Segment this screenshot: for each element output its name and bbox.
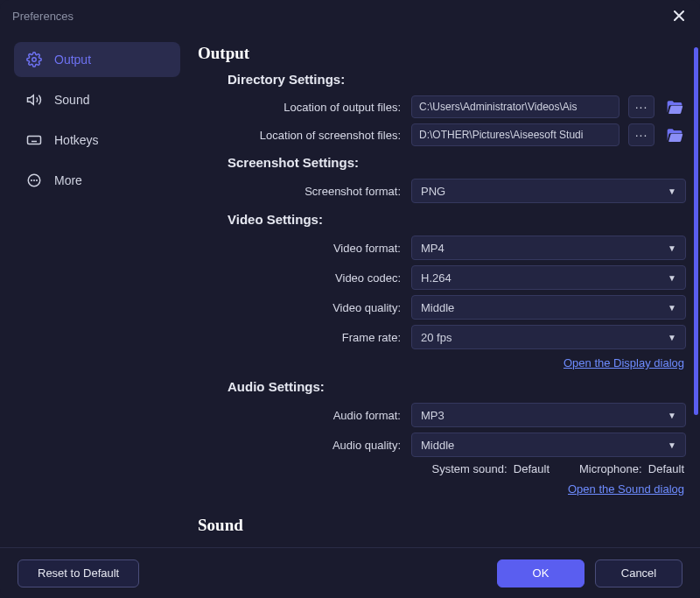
chevron-down-icon: ▼ (668, 186, 676, 196)
link-row-sound: Open the Sound dialog (198, 481, 686, 496)
keyboard-icon (26, 132, 42, 148)
row-video-quality: Video quality: Middle ▼ (198, 295, 686, 320)
chevron-down-icon: ▼ (668, 333, 676, 342)
sidebar-item-label: More (54, 173, 82, 187)
titlebar: Preferences (0, 0, 700, 32)
sidebar-item-sound[interactable]: Sound (14, 82, 180, 117)
cancel-button[interactable]: Cancel (595, 559, 682, 587)
label-video-quality: Video quality: (198, 301, 402, 314)
preferences-window: Preferences Output Sound (0, 0, 700, 598)
subsection-video: Video Settings: (228, 212, 686, 227)
label-frame-rate: Frame rate: (198, 331, 402, 344)
input-screenshot-files-path[interactable]: D:\OTHER\Pictures\Aiseesoft Studi (411, 123, 620, 146)
svg-point-5 (34, 180, 35, 181)
open-sound-dialog-link[interactable]: Open the Sound dialog (568, 482, 684, 496)
select-value: Middle (421, 301, 454, 314)
chevron-down-icon: ▼ (668, 411, 676, 420)
link-row-display: Open the Display dialog (198, 355, 686, 370)
body: Output Sound Hotkeys More (0, 32, 700, 547)
svg-point-0 (32, 58, 37, 62)
sidebar-item-label: Hotkeys (54, 133, 99, 147)
svg-point-4 (32, 180, 32, 181)
sidebar: Output Sound Hotkeys More (0, 32, 191, 547)
label-audio-format: Audio format: (198, 409, 402, 422)
row-output-files: Location of output files: C:\Users\Admin… (198, 95, 686, 118)
row-audio-format: Audio format: MP3 ▼ (198, 403, 686, 427)
window-title: Preferences (12, 10, 74, 23)
system-sound-status: System sound: Default (432, 462, 550, 475)
footer-right: OK Cancel (497, 559, 682, 587)
select-value: H.264 (421, 271, 452, 285)
row-video-codec: Video codec: H.264 ▼ (198, 265, 686, 290)
sidebar-item-label: Sound (54, 93, 89, 107)
subsection-screenshot: Screenshot Settings: (228, 155, 686, 170)
label-video-format: Video format: (198, 242, 402, 255)
select-value: PNG (421, 185, 445, 198)
subsection-audio: Audio Settings: (228, 379, 686, 394)
input-output-files-path[interactable]: C:\Users\Administrator\Videos\Ais (411, 95, 620, 118)
label-screenshot-files: Location of screenshot files: (198, 129, 402, 142)
scrollbar[interactable] (694, 47, 698, 415)
chevron-down-icon: ▼ (668, 273, 676, 283)
section-title-sound: Sound (198, 516, 686, 535)
more-button[interactable]: ··· (628, 95, 654, 118)
select-value: Middle (421, 439, 454, 452)
more-button[interactable]: ··· (628, 123, 654, 146)
select-value: MP3 (421, 409, 444, 422)
more-icon (26, 172, 42, 188)
select-frame-rate[interactable]: 20 fps ▼ (411, 325, 686, 349)
content-panel: Output Directory Settings: Location of o… (191, 32, 700, 547)
sidebar-item-output[interactable]: Output (14, 42, 180, 77)
select-value: MP4 (421, 242, 444, 255)
gear-icon (26, 52, 42, 67)
section-title-output: Output (198, 44, 686, 63)
row-frame-rate: Frame rate: 20 fps ▼ (198, 325, 686, 349)
folder-icon[interactable] (663, 123, 686, 146)
chevron-down-icon: ▼ (668, 440, 676, 450)
microphone-status: Microphone: Default (579, 462, 684, 475)
select-video-codec[interactable]: H.264 ▼ (411, 265, 686, 290)
label-screenshot-format: Screenshot format: (198, 185, 402, 198)
reset-to-default-button[interactable]: Reset to Default (18, 559, 139, 587)
folder-icon[interactable] (663, 95, 686, 118)
speaker-icon (26, 92, 42, 108)
select-value: 20 fps (421, 331, 452, 344)
label-video-codec: Video codec: (198, 271, 402, 285)
chevron-down-icon: ▼ (668, 303, 676, 313)
select-audio-quality[interactable]: Middle ▼ (411, 433, 686, 457)
row-screenshot-files: Location of screenshot files: D:\OTHER\P… (198, 123, 686, 146)
select-audio-format[interactable]: MP3 ▼ (411, 403, 686, 427)
label-output-files: Location of output files: (198, 101, 402, 114)
sidebar-item-label: Output (54, 53, 91, 67)
sidebar-item-more[interactable]: More (14, 163, 180, 198)
audio-status-row: System sound: Default Microphone: Defaul… (198, 462, 686, 475)
subsection-directory: Directory Settings: (228, 72, 686, 87)
open-display-dialog-link[interactable]: Open the Display dialog (564, 356, 684, 369)
chevron-down-icon: ▼ (668, 243, 676, 253)
select-screenshot-format[interactable]: PNG ▼ (411, 179, 686, 203)
close-icon[interactable] (670, 7, 688, 25)
row-audio-quality: Audio quality: Middle ▼ (198, 433, 686, 457)
sidebar-item-hotkeys[interactable]: Hotkeys (14, 123, 180, 158)
row-screenshot-format: Screenshot format: PNG ▼ (198, 179, 686, 203)
select-video-format[interactable]: MP4 ▼ (411, 236, 686, 260)
svg-rect-2 (28, 137, 41, 144)
label-audio-quality: Audio quality: (198, 439, 402, 452)
svg-point-6 (37, 180, 38, 181)
ok-button[interactable]: OK (497, 559, 584, 587)
row-video-format: Video format: MP4 ▼ (198, 236, 686, 260)
footer: Reset to Default OK Cancel (0, 547, 700, 598)
select-video-quality[interactable]: Middle ▼ (411, 295, 686, 320)
svg-marker-1 (28, 95, 34, 105)
